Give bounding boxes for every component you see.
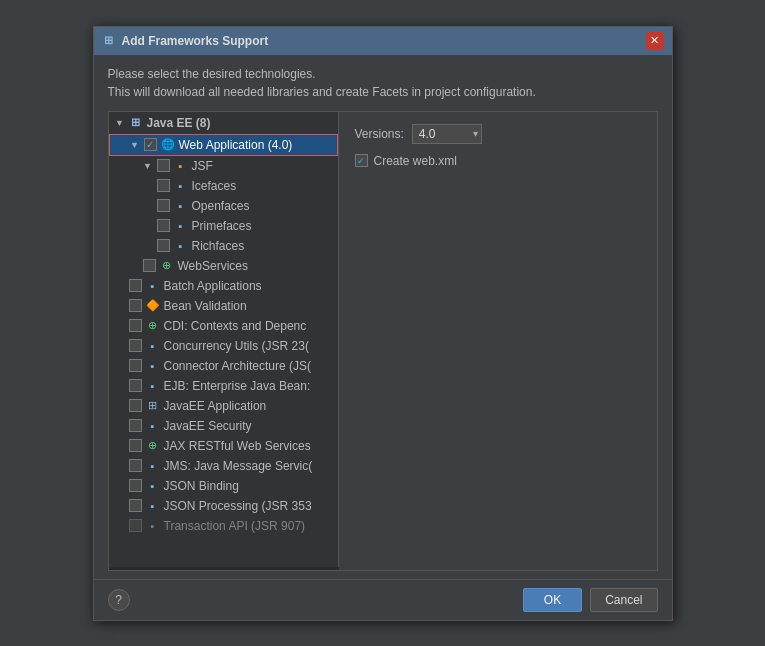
tree-item-ejb[interactable]: ▪ EJB: Enterprise Java Bean: [109,376,338,396]
beanvalidation-label: Bean Validation [164,299,247,313]
tree-item-jms[interactable]: ▪ JMS: Java Message Servic( [109,456,338,476]
tree-item-javaeeapp[interactable]: ⊞ JavaEE Application [109,396,338,416]
section-label: Java EE (8) [147,116,211,130]
jsonbinding-checkbox[interactable] [129,479,142,492]
primefaces-icon: ▪ [174,219,188,233]
ejb-icon: ▪ [146,379,160,393]
help-button[interactable]: ? [108,589,130,611]
jms-checkbox[interactable] [129,459,142,472]
webapp-chevron: ▼ [130,140,140,150]
jms-icon: ▪ [146,459,160,473]
connector-label: Connector Architecture (JS( [164,359,311,373]
javaeeapp-checkbox[interactable] [129,399,142,412]
webservices-checkbox[interactable] [143,259,156,272]
cancel-button[interactable]: Cancel [590,588,657,612]
richfaces-checkbox[interactable] [157,239,170,252]
primefaces-label: Primefaces [192,219,252,233]
concurrency-checkbox[interactable] [129,339,142,352]
jsonbinding-icon: ▪ [146,479,160,493]
jsonprocessing-checkbox[interactable] [129,499,142,512]
tree-item-cdi[interactable]: ⊕ CDI: Contexts and Depenc [109,316,338,336]
batch-checkbox[interactable] [129,279,142,292]
ok-button[interactable]: OK [523,588,582,612]
jax-checkbox[interactable] [129,439,142,452]
tree-item-jsonprocessing[interactable]: ▪ JSON Processing (JSR 353 [109,496,338,516]
richfaces-label: Richfaces [192,239,245,253]
tree-item-jax[interactable]: ⊕ JAX RESTful Web Services [109,436,338,456]
jax-label: JAX RESTful Web Services [164,439,311,453]
close-button[interactable]: ✕ [646,32,664,50]
tree-item-openfaces[interactable]: ▪ Openfaces [109,196,338,216]
section-chevron: ▼ [115,118,125,128]
jsf-label: JSF [192,159,213,173]
security-icon: ▪ [146,419,160,433]
tree-item-icefaces[interactable]: ▪ Icefaces [109,176,338,196]
jsonbinding-label: JSON Binding [164,479,239,493]
cdi-checkbox[interactable] [129,319,142,332]
transaction-checkbox[interactable] [129,519,142,532]
webapp-label: Web Application (4.0) [179,138,293,152]
tree-item-jsf[interactable]: ▼ ▪ JSF [109,156,338,176]
tree-item-webservices[interactable]: ⊕ WebServices [109,256,338,276]
primefaces-checkbox[interactable] [157,219,170,232]
ejb-checkbox[interactable] [129,379,142,392]
create-xml-checkbox[interactable] [355,154,368,167]
tree-item-webapp[interactable]: ▼ 🌐 Web Application (4.0) [109,134,338,156]
footer: ? OK Cancel [94,579,672,620]
security-checkbox[interactable] [129,419,142,432]
jax-icon: ⊕ [146,439,160,453]
tree-item-beanvalidation[interactable]: 🔶 Bean Validation [109,296,338,316]
tree-item-transaction[interactable]: ▪ Transaction API (JSR 907) [109,516,338,536]
right-panel: Versions: 4.0 3.1 3.0 2.5 Create web.xml [339,112,657,570]
desc-line2: This will download all needed libraries … [108,83,658,101]
version-select[interactable]: 4.0 3.1 3.0 2.5 [412,124,482,144]
dialog-body: Please select the desired technologies. … [94,55,672,579]
title-bar: ⊞ Add Frameworks Support ✕ [94,27,672,55]
jsf-chevron: ▼ [143,161,153,171]
icefaces-checkbox[interactable] [157,179,170,192]
version-select-wrapper: 4.0 3.1 3.0 2.5 [412,124,482,144]
webapp-icon: 🌐 [161,138,175,152]
create-xml-row: Create web.xml [355,154,641,168]
concurrency-icon: ▪ [146,339,160,353]
openfaces-icon: ▪ [174,199,188,213]
versions-label: Versions: [355,127,404,141]
webservices-icon: ⊕ [160,259,174,273]
javaee-icon: ⊞ [129,116,143,130]
cdi-icon: ⊕ [146,319,160,333]
beanvalidation-icon: 🔶 [146,299,160,313]
concurrency-label: Concurrency Utils (JSR 23( [164,339,309,353]
tree-item-primefaces[interactable]: ▪ Primefaces [109,216,338,236]
transaction-icon: ▪ [146,519,160,533]
javaeeapp-icon: ⊞ [146,399,160,413]
openfaces-label: Openfaces [192,199,250,213]
create-xml-label: Create web.xml [374,154,457,168]
batch-label: Batch Applications [164,279,262,293]
help-label: ? [115,593,122,607]
openfaces-checkbox[interactable] [157,199,170,212]
jsf-icon: ▪ [174,159,188,173]
icefaces-icon: ▪ [174,179,188,193]
jsf-checkbox[interactable] [157,159,170,172]
transaction-label: Transaction API (JSR 907) [164,519,306,533]
tree-item-connector[interactable]: ▪ Connector Architecture (JS( [109,356,338,376]
versions-row: Versions: 4.0 3.1 3.0 2.5 [355,124,641,144]
security-label: JavaEE Security [164,419,252,433]
beanvalidation-checkbox[interactable] [129,299,142,312]
tree-item-security[interactable]: ▪ JavaEE Security [109,416,338,436]
description: Please select the desired technologies. … [108,65,658,101]
jsonprocessing-icon: ▪ [146,499,160,513]
webservices-label: WebServices [178,259,248,273]
tree-item-jsonbinding[interactable]: ▪ JSON Binding [109,476,338,496]
dialog-title-icon: ⊞ [102,34,116,48]
connector-checkbox[interactable] [129,359,142,372]
icefaces-label: Icefaces [192,179,237,193]
dialog-title: Add Frameworks Support [122,34,269,48]
tree-item-richfaces[interactable]: ▪ Richfaces [109,236,338,256]
content-area: ▼ ⊞ Java EE (8) ▼ 🌐 Web Application (4.0… [108,111,658,571]
batch-icon: ▪ [146,279,160,293]
tree-item-concurrency[interactable]: ▪ Concurrency Utils (JSR 23( [109,336,338,356]
section-header-javaee[interactable]: ▼ ⊞ Java EE (8) [109,112,338,134]
webapp-checkbox[interactable] [144,138,157,151]
tree-item-batch[interactable]: ▪ Batch Applications [109,276,338,296]
